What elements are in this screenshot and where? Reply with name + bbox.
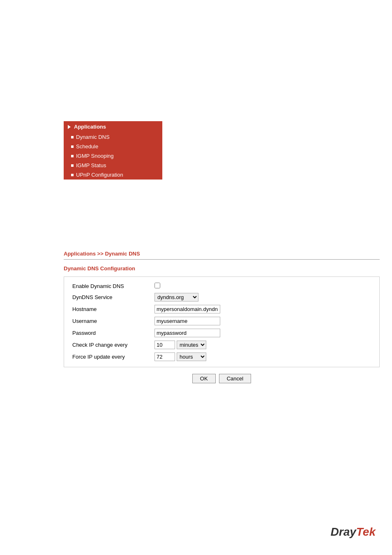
bullet-icon	[71, 136, 74, 138]
check-ip-input[interactable]	[154, 341, 175, 349]
table-row: DynDNS Service dyndns.org no-ip.com chan…	[70, 291, 374, 303]
logo-tek: Tek	[356, 525, 376, 538]
divider	[64, 259, 380, 260]
table-row: Username	[70, 315, 374, 327]
cancel-button[interactable]: Cancel	[219, 374, 251, 383]
sidebar-item-label: IGMP Snooping	[76, 153, 114, 159]
breadcrumb: Applications >> Dynamic DNS	[64, 251, 380, 257]
bullet-icon	[71, 155, 74, 157]
sidebar-item-label: UPnP Configuration	[76, 172, 123, 178]
sidebar-item-schedule[interactable]: Schedule	[64, 142, 162, 151]
bullet-icon	[71, 174, 74, 176]
bullet-icon	[71, 164, 74, 167]
config-table: Enable Dynamic DNS DynDNS Service dyndns…	[70, 281, 374, 363]
sidebar-item-label: IGMP Status	[76, 162, 106, 168]
config-table-wrapper: Enable Dynamic DNS DynDNS Service dyndns…	[64, 276, 380, 367]
sidebar-menu: Applications Dynamic DNS Schedule IGMP S…	[64, 121, 162, 180]
force-ip-label: Force IP update every	[70, 351, 152, 363]
sidebar-item-dynamic-dns[interactable]: Dynamic DNS	[64, 132, 162, 142]
check-ip-unit-select[interactable]: minutes hours	[177, 341, 206, 349]
check-ip-group: minutes hours	[154, 341, 371, 349]
ok-button[interactable]: OK	[192, 374, 216, 383]
hostname-label: Hostname	[70, 303, 152, 315]
service-label: DynDNS Service	[70, 291, 152, 303]
force-ip-input[interactable]	[154, 352, 175, 361]
main-content: Applications >> Dynamic DNS Dynamic DNS …	[64, 251, 380, 383]
password-input[interactable]	[154, 329, 220, 337]
password-label: Password	[70, 327, 152, 339]
table-row: Check IP change every minutes hours	[70, 339, 374, 351]
arrow-icon	[68, 125, 71, 129]
enable-label: Enable Dynamic DNS	[70, 281, 152, 291]
username-input[interactable]	[154, 317, 220, 325]
table-row: Password	[70, 327, 374, 339]
hostname-input[interactable]	[154, 305, 220, 313]
sidebar-item-igmp-snooping[interactable]: IGMP Snooping	[64, 151, 162, 161]
table-row: Enable Dynamic DNS	[70, 281, 374, 291]
enable-checkbox[interactable]	[154, 283, 160, 288]
bullet-icon	[71, 145, 74, 148]
logo-dray: Dray	[331, 525, 356, 538]
sidebar-item-label: Schedule	[76, 143, 98, 150]
username-label: Username	[70, 315, 152, 327]
button-row: OK Cancel	[64, 374, 380, 383]
force-ip-unit-select[interactable]: minutes hours	[177, 352, 206, 361]
table-row: Hostname	[70, 303, 374, 315]
table-row: Force IP update every minutes hours	[70, 351, 374, 363]
force-ip-group: minutes hours	[154, 352, 371, 361]
check-ip-label: Check IP change every	[70, 339, 152, 351]
sidebar-header-label: Applications	[74, 124, 106, 130]
sidebar-item-igmp-status[interactable]: IGMP Status	[64, 161, 162, 170]
service-select[interactable]: dyndns.org no-ip.com changeip.com	[154, 293, 198, 302]
sidebar-menu-header[interactable]: Applications	[64, 121, 162, 132]
sidebar-item-label: Dynamic DNS	[76, 134, 110, 140]
sidebar-item-upnp-configuration[interactable]: UPnP Configuration	[64, 170, 162, 180]
draytek-logo: DrayTek	[331, 525, 376, 539]
section-title: Dynamic DNS Configuration	[64, 265, 380, 272]
